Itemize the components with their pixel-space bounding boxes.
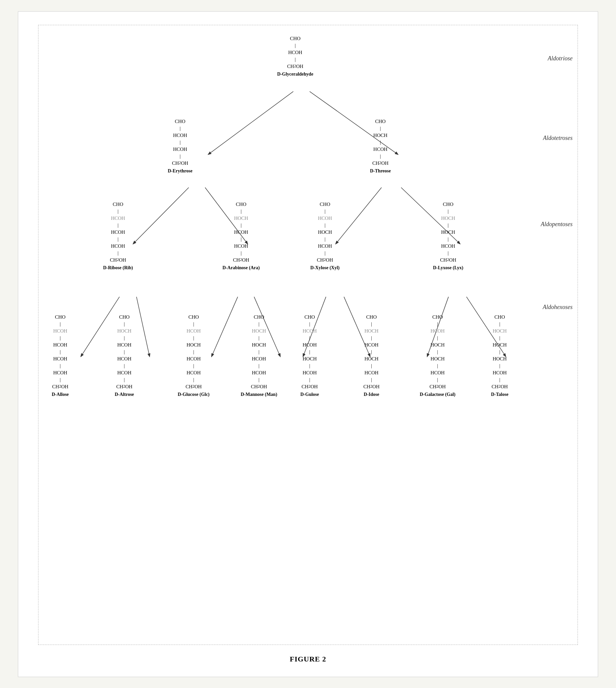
svg-line-6 [81, 297, 119, 356]
aldohexoses-label: Aldohexoses [543, 304, 573, 311]
figure-caption: FIGURE 2 [290, 655, 326, 663]
galactose-compound: CHO | HCOH | HOCH | HOCH | HCOH | CH2OH … [420, 314, 456, 398]
ribose-name: D-Ribose (Rib) [103, 265, 133, 271]
aldotriose-label: Aldotriose [548, 55, 573, 62]
glyceraldehyde-compound: CHO | HCOH | CH2OH D-Glyceraldehyde [277, 35, 313, 77]
svg-line-2 [133, 187, 189, 244]
arabinose-compound: CHO | HOCH | HCOH | HCOH | CH2OH D-Arabi… [222, 201, 260, 271]
glucose-compound: CHO | HCOH | HOCH | HCOH | HCOH | CH2OH … [178, 314, 210, 398]
talose-compound: CHO | HOCH | HOCH | HOCH | HCOH | CH2OH … [491, 314, 508, 398]
svg-line-4 [336, 187, 381, 244]
threose-compound: CHO | HOCH | HCOH | CH2OH D-Threose [370, 118, 391, 174]
lyxose-name: D-Lyxose (Lyx) [433, 265, 463, 271]
lyxose-compound: CHO | HOCH | HOCH | HCOH | CH2OH D-Lyxos… [433, 201, 463, 271]
svg-line-8 [212, 297, 238, 356]
altrose-name: D-Altrose [115, 391, 134, 398]
idose-name: D-Idose [364, 391, 379, 398]
glyceraldehyde-cho: CHO [290, 35, 301, 42]
mannose-name: D-Mannose (Man) [241, 391, 277, 398]
ribose-compound: CHO | HCOH | HCOH | HCOH | CH2OH D-Ribos… [103, 201, 133, 271]
glucose-name: D-Glucose (Glc) [178, 391, 210, 398]
threose-name: D-Threose [370, 168, 391, 174]
aldotetroses-label: Aldotetroses [543, 135, 573, 141]
allose-name: D-Allose [52, 391, 69, 398]
xylose-compound: CHO | HCOH | HOCH | HCOH | CH2OH D-Xylos… [310, 201, 339, 271]
gulose-name: D-Gulose [300, 391, 319, 398]
idose-compound: CHO | HOCH | HCOH | HOCH | HCOH | CH2OH … [364, 314, 380, 398]
erythrose-name: D-Erythrose [168, 168, 192, 174]
glyceraldehyde-name: D-Glyceraldehyde [277, 71, 313, 77]
mannose-compound: CHO | HOCH | HOCH | HCOH | HCOH | CH2OH … [241, 314, 277, 398]
talose-name: D-Talose [491, 391, 508, 398]
xylose-name: D-Xylose (Xyl) [310, 265, 339, 271]
aldopentoses-label: Aldopentoses [541, 221, 573, 228]
allose-compound: CHO | HCOH | HCOH | HCOH | HCOH | CH2OH … [52, 314, 69, 398]
arabinose-name: D-Arabinose (Ara) [222, 265, 260, 271]
svg-line-7 [137, 297, 150, 356]
gulose-compound: CHO | HCOH | HCOH | HOCH | HCOH | CH2OH … [300, 314, 319, 398]
svg-line-0 [208, 91, 293, 154]
galactose-name: D-Galactose (Gal) [420, 391, 456, 398]
altrose-compound: CHO | HOCH | HCOH | HCOH | HCOH | CH2OH … [115, 314, 134, 398]
erythrose-compound: CHO | HCOH | HCOH | CH2OH D-Erythrose [168, 118, 192, 174]
